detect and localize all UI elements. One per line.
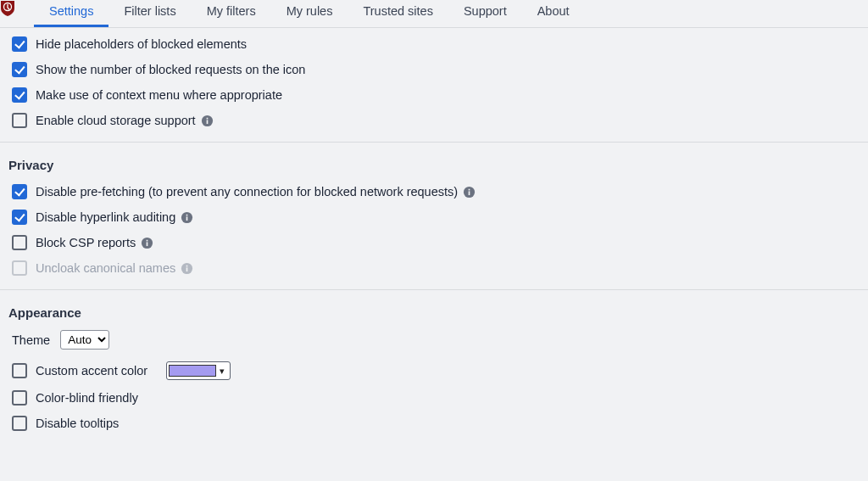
label-show-blocked-count: Show the number of blocked requests on t… <box>36 63 305 76</box>
color-swatch <box>169 365 216 377</box>
tab-about[interactable]: About <box>522 0 585 27</box>
row-context-menu: Make use of context menu where appropria… <box>8 82 860 108</box>
row-theme: Theme Auto <box>8 327 860 356</box>
info-icon[interactable] <box>181 262 193 275</box>
label-disable-hyperlink-auditing: Disable hyperlink auditing <box>36 210 175 224</box>
checkbox-show-blocked-count[interactable] <box>12 62 27 77</box>
general-section: Hide placeholders of blocked elements Sh… <box>0 28 868 143</box>
checkbox-context-menu[interactable] <box>12 87 27 103</box>
tab-trusted-sites[interactable]: Trusted sites <box>348 0 448 27</box>
svg-rect-9 <box>186 214 188 215</box>
checkbox-custom-accent[interactable] <box>12 363 27 378</box>
section-title-appearance: Appearance <box>8 294 860 327</box>
checkbox-cloud-storage[interactable] <box>12 113 27 128</box>
svg-rect-14 <box>186 267 188 271</box>
row-show-blocked-count: Show the number of blocked requests on t… <box>8 57 860 82</box>
label-custom-accent: Custom accent color <box>36 364 147 378</box>
checkbox-color-blind[interactable] <box>12 390 27 405</box>
info-icon[interactable] <box>181 211 193 224</box>
row-uncloak-canonical: Uncloak canonical names <box>8 255 860 281</box>
row-hide-placeholders: Hide placeholders of blocked elements <box>8 31 860 57</box>
checkbox-disable-hyperlink-auditing[interactable] <box>12 210 27 225</box>
label-color-blind: Color-blind friendly <box>36 391 138 405</box>
checkbox-hide-placeholders[interactable] <box>12 36 27 52</box>
checkbox-uncloak-canonical <box>12 260 27 276</box>
theme-select[interactable]: Auto <box>60 330 109 350</box>
svg-rect-2 <box>206 120 208 124</box>
row-disable-tooltips: Disable tooltips <box>8 411 860 436</box>
label-theme: Theme <box>12 333 50 347</box>
tab-settings[interactable]: Settings <box>34 0 108 27</box>
svg-rect-5 <box>469 191 470 195</box>
svg-rect-3 <box>206 117 208 119</box>
chevron-down-icon: ▾ <box>216 366 228 377</box>
svg-rect-12 <box>147 239 148 241</box>
row-disable-hyperlink-auditing: Disable hyperlink auditing <box>8 204 860 230</box>
row-block-csp: Block CSP reports <box>8 230 860 255</box>
appearance-section: Appearance Theme Auto Custom accent colo… <box>0 290 868 445</box>
label-disable-prefetch: Disable pre-fetching (to prevent any con… <box>36 185 458 199</box>
checkbox-block-csp[interactable] <box>12 235 27 250</box>
svg-rect-6 <box>469 188 470 190</box>
tab-bar: Settings Filter lists My filters My rule… <box>0 0 868 28</box>
svg-rect-11 <box>147 242 148 246</box>
row-disable-prefetch: Disable pre-fetching (to prevent any con… <box>8 179 860 204</box>
info-icon[interactable] <box>463 186 476 199</box>
tab-support[interactable]: Support <box>448 0 522 27</box>
label-block-csp: Block CSP reports <box>36 236 136 249</box>
checkbox-disable-tooltips[interactable] <box>12 416 27 431</box>
tab-filter-lists[interactable]: Filter lists <box>108 0 191 27</box>
ublock-logo-icon <box>0 0 15 17</box>
svg-rect-15 <box>186 265 188 266</box>
checkbox-disable-prefetch[interactable] <box>12 184 27 199</box>
label-uncloak-canonical: Uncloak canonical names <box>36 261 175 275</box>
row-cloud-storage: Enable cloud storage support <box>8 108 860 133</box>
label-disable-tooltips: Disable tooltips <box>36 417 119 430</box>
info-icon[interactable] <box>201 115 214 127</box>
privacy-section: Privacy Disable pre-fetching (to prevent… <box>0 143 868 290</box>
label-hide-placeholders: Hide placeholders of blocked elements <box>36 37 247 51</box>
row-custom-accent: Custom accent color ▾ <box>8 356 860 385</box>
label-cloud-storage: Enable cloud storage support <box>36 114 196 127</box>
tab-my-rules[interactable]: My rules <box>271 0 348 27</box>
info-icon[interactable] <box>141 237 153 249</box>
accent-color-picker[interactable]: ▾ <box>166 361 231 380</box>
tab-my-filters[interactable]: My filters <box>192 0 271 27</box>
svg-rect-8 <box>186 216 188 221</box>
section-title-privacy: Privacy <box>8 146 860 179</box>
label-context-menu: Make use of context menu where appropria… <box>36 88 282 102</box>
row-color-blind: Color-blind friendly <box>8 385 860 411</box>
